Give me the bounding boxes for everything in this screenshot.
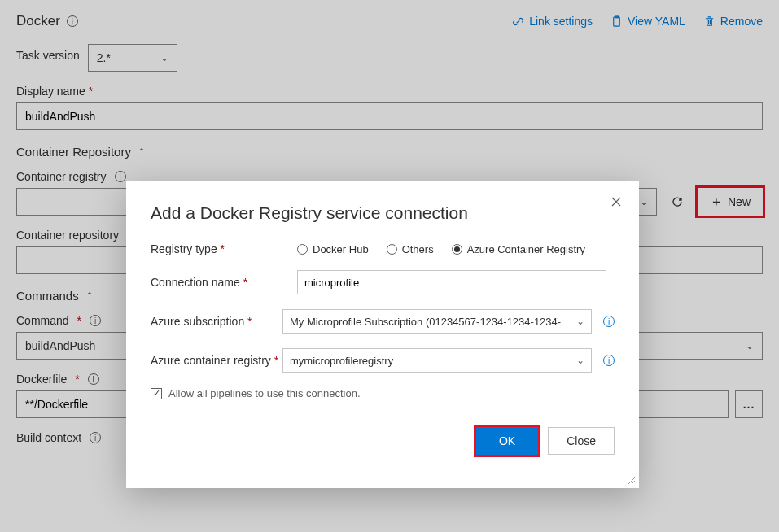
radio-others[interactable]: Others: [387, 243, 434, 255]
acr-label: Azure container registry *: [151, 354, 282, 367]
close-icon[interactable]: [608, 194, 624, 210]
chevron-down-icon: ⌄: [576, 355, 584, 366]
info-icon[interactable]: i: [603, 316, 615, 327]
allow-all-label: Allow all pipelines to use this connecti…: [168, 387, 361, 399]
connection-name-label: Connection name *: [151, 276, 297, 289]
azure-subscription-value: My Microprofile Subscription (01234567-1…: [290, 316, 561, 328]
radio-docker-hub[interactable]: Docker Hub: [297, 243, 369, 255]
info-icon[interactable]: i: [603, 355, 615, 366]
acr-select[interactable]: mymicroprofileregistry ⌄: [282, 348, 592, 373]
ok-button[interactable]: OK: [476, 427, 538, 455]
chevron-down-icon: ⌄: [576, 316, 584, 327]
azure-subscription-label: Azure subscription *: [151, 315, 282, 328]
registry-type-label: Registry type *: [151, 242, 297, 255]
radio-acr[interactable]: Azure Container Registry: [452, 243, 585, 255]
azure-subscription-select[interactable]: My Microprofile Subscription (01234567-1…: [282, 309, 592, 334]
acr-value: mymicroprofileregistry: [290, 355, 393, 367]
add-registry-modal: Add a Docker Registry service connection…: [126, 181, 639, 488]
close-button[interactable]: Close: [548, 427, 615, 455]
resize-handle[interactable]: [626, 475, 636, 485]
modal-title: Add a Docker Registry service connection: [151, 203, 615, 223]
allow-all-checkbox[interactable]: ✓: [151, 388, 162, 399]
connection-name-input[interactable]: [297, 270, 606, 294]
